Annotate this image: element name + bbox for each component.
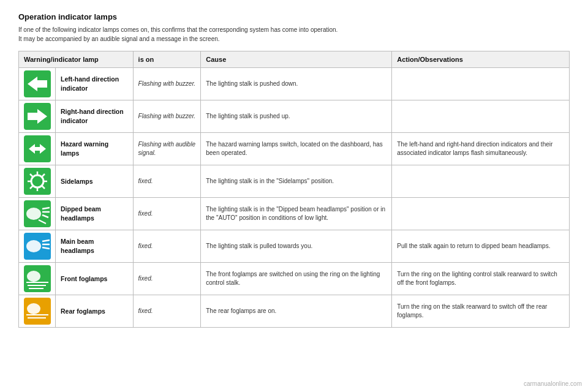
- lamp-name: Main beam headlamps: [56, 230, 134, 263]
- svg-line-10: [42, 174, 45, 177]
- col-header-action: Action/Observations: [392, 51, 570, 68]
- sidelamps-icon: [24, 168, 51, 195]
- cause-cell: The lighting stalk is pulled towards you…: [201, 230, 392, 263]
- icon-cell: [19, 133, 56, 165]
- action-cell: [392, 68, 570, 100]
- cause-cell: The hazard warning lamps switch, located…: [201, 133, 392, 165]
- arrow-right-icon: [24, 103, 51, 130]
- lamp-name: Dipped beam headlamps: [56, 198, 134, 230]
- svg-marker-1: [28, 109, 47, 124]
- is-on-cell: Flashing with audible signal.: [133, 133, 201, 165]
- action-cell: [392, 100, 570, 133]
- col-header-ison: is on: [133, 51, 201, 68]
- is-on-cell: Flashing with buzzer.: [133, 68, 201, 100]
- is-on-cell: fixed.: [133, 295, 201, 328]
- lamp-name: Right-hand direction indicator: [56, 100, 134, 133]
- cause-cell: The lighting stalk is in the "Sidelamps"…: [201, 165, 392, 198]
- lamp-name: Rear foglamps: [56, 295, 134, 328]
- action-cell: Turn the ring on the lighting control st…: [392, 263, 570, 295]
- svg-point-17: [26, 240, 41, 252]
- action-cell: Turn the ring on the stalk rearward to s…: [392, 295, 570, 328]
- lamp-name: Sidelamps: [56, 165, 134, 198]
- rear-fog-icon: [24, 298, 51, 325]
- table-row: Front foglamps fixed. The front foglamps…: [19, 263, 570, 295]
- icon-cell: [19, 230, 56, 263]
- table-row: Rear foglamps fixed. The rear foglamps a…: [19, 295, 570, 328]
- svg-point-21: [27, 271, 40, 282]
- action-cell: [392, 165, 570, 198]
- svg-line-15: [42, 215, 48, 217]
- action-cell: [392, 198, 570, 230]
- table-row: Dipped beam headlamps fixed. The lightin…: [19, 198, 570, 230]
- svg-line-16: [39, 220, 46, 224]
- is-on-cell: fixed.: [133, 165, 201, 198]
- action-cell: The left-hand and right-hand direction i…: [392, 133, 570, 165]
- indicator-lamps-table: Warning/indicator lamp is on Cause Actio…: [18, 51, 570, 328]
- cause-cell: The lighting stalk is pushed down.: [201, 68, 392, 100]
- cause-cell: The front foglamps are switched on using…: [201, 263, 392, 295]
- svg-point-12: [26, 208, 41, 220]
- action-cell: Pull the stalk again to return to dipped…: [392, 230, 570, 263]
- dipped-icon: [24, 200, 51, 227]
- hazard-icon: [24, 135, 51, 162]
- svg-marker-2: [29, 144, 46, 154]
- svg-line-20: [42, 247, 50, 249]
- cause-cell: The lighting stalk is in the "Dipped bea…: [201, 198, 392, 230]
- table-row: Main beam headlamps fixed. The lighting …: [19, 230, 570, 263]
- svg-line-8: [30, 174, 33, 177]
- cause-cell: The rear foglamps are on.: [201, 295, 392, 328]
- arrow-left-icon: [24, 70, 51, 97]
- lamp-name: Hazard warning lamps: [56, 133, 134, 165]
- svg-point-25: [27, 303, 40, 314]
- col-header-cause: Cause: [201, 51, 392, 68]
- is-on-cell: fixed.: [133, 230, 201, 263]
- table-row: Sidelamps fixed. The lighting stalk is i…: [19, 165, 570, 198]
- is-on-cell: fixed.: [133, 263, 201, 295]
- icon-cell: [19, 198, 56, 230]
- main-icon: [24, 233, 51, 260]
- icon-cell: [19, 100, 56, 133]
- front-fog-icon: [24, 265, 51, 292]
- icon-cell: [19, 295, 56, 328]
- svg-line-13: [42, 208, 50, 209]
- icon-cell: [19, 68, 56, 100]
- table-row: Right-hand direction indicator Flashing …: [19, 100, 570, 133]
- table-row: Left-hand direction indicator Flashing w…: [19, 68, 570, 100]
- lamp-name: Left-hand direction indicator: [56, 68, 134, 100]
- svg-marker-0: [28, 77, 47, 91]
- svg-line-18: [42, 240, 50, 241]
- col-header-warning: Warning/indicator lamp: [19, 51, 134, 68]
- cause-cell: The lighting stalk is pushed up.: [201, 100, 392, 133]
- table-row: Hazard warning lamps Flashing with audib…: [19, 133, 570, 165]
- page-title: Operation indicator lamps: [18, 12, 570, 21]
- icon-cell: [19, 165, 56, 198]
- svg-line-11: [30, 186, 33, 189]
- page-description: If one of the following indicator lamps …: [18, 25, 570, 43]
- lamp-name: Front foglamps: [56, 263, 134, 295]
- svg-line-9: [42, 186, 45, 189]
- is-on-cell: fixed.: [133, 198, 201, 230]
- icon-cell: [19, 263, 56, 295]
- is-on-cell: Flashing with buzzer.: [133, 100, 201, 133]
